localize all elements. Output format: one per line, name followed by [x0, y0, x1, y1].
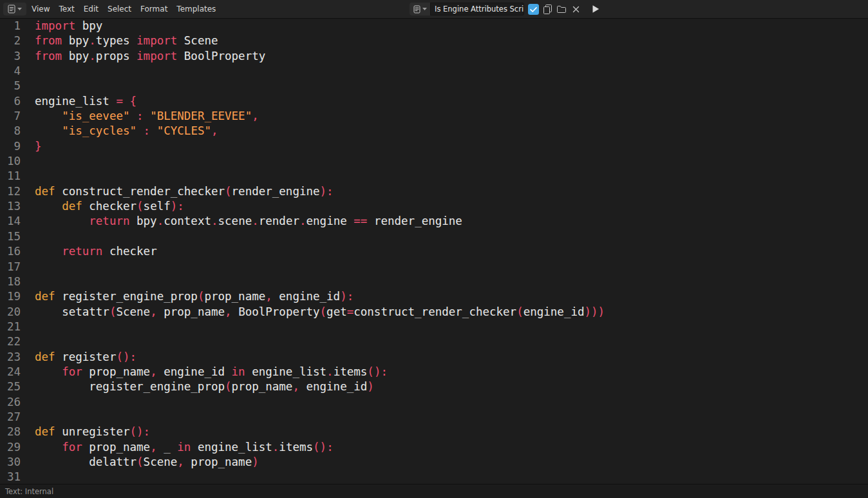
code-text: delattr(Scene, prop_name) — [21, 455, 259, 470]
code-line[interactable]: 24 for prop_name, engine_id in engine_li… — [0, 365, 868, 379]
line-number: 8 — [0, 124, 21, 139]
code-text: from bpy.props import BoolProperty — [21, 49, 265, 64]
line-number: 28 — [0, 425, 21, 439]
code-text: def register_engine_prop(prop_name, engi… — [21, 289, 354, 304]
code-line[interactable]: 29 for prop_name, _ in engine_list.items… — [0, 440, 868, 455]
line-number: 17 — [0, 260, 21, 274]
line-number: 5 — [0, 79, 21, 93]
play-icon — [592, 5, 599, 14]
code-line[interactable]: 20 setattr(Scene, prop_name, BoolPropert… — [0, 305, 868, 320]
code-text: def construct_render_checker(render_engi… — [21, 184, 334, 199]
code-line[interactable]: 11 — [0, 169, 868, 184]
line-number: 11 — [0, 169, 21, 184]
code-line[interactable]: 21 — [0, 320, 868, 334]
status-text: Text: Internal — [5, 487, 53, 496]
line-number: 7 — [0, 109, 21, 124]
code-line[interactable]: 23def register(): — [0, 350, 868, 365]
menu-text[interactable]: Text — [54, 0, 79, 18]
code-text: "is_eevee" : "BLENDER_EEVEE", — [21, 109, 259, 124]
code-text — [21, 274, 35, 289]
code-text — [21, 395, 35, 410]
menu-edit[interactable]: Edit — [79, 0, 103, 18]
text-datablock-icon — [413, 5, 420, 14]
copy-pages-icon — [543, 4, 552, 14]
code-line[interactable]: 28def unregister(): — [0, 425, 868, 439]
menu-templates[interactable]: Templates — [172, 0, 220, 18]
code-line[interactable]: 22 — [0, 334, 868, 349]
code-line[interactable]: 16 return checker — [0, 244, 868, 259]
code-line[interactable]: 10 — [0, 154, 868, 169]
code-text — [21, 334, 35, 349]
code-text — [21, 260, 35, 274]
line-number: 29 — [0, 440, 21, 455]
unlink-button[interactable] — [569, 3, 583, 15]
code-text — [21, 320, 35, 334]
chevron-down-icon — [17, 8, 22, 10]
code-text: import bpy — [21, 19, 102, 34]
code-line[interactable]: 9} — [0, 139, 868, 154]
shield-check-icon — [528, 4, 539, 15]
code-line[interactable]: 26 — [0, 395, 868, 410]
line-number: 26 — [0, 395, 21, 410]
code-line[interactable]: 27 — [0, 410, 868, 425]
line-number: 22 — [0, 334, 21, 349]
code-text: for prop_name, _ in engine_list.items(): — [21, 440, 334, 455]
code-line[interactable]: 17 — [0, 260, 868, 274]
code-line[interactable]: 25 register_engine_prop(prop_name, engin… — [0, 379, 868, 394]
code-line[interactable]: 30 delattr(Scene, prop_name) — [0, 455, 868, 470]
line-number: 24 — [0, 365, 21, 379]
text-editor-icon — [8, 5, 15, 14]
editor-type-button[interactable] — [3, 3, 26, 15]
code-text — [21, 229, 35, 244]
code-line[interactable]: 31 — [0, 470, 868, 484]
code-line[interactable]: 7 "is_eevee" : "BLENDER_EEVEE", — [0, 109, 868, 124]
browse-text-button[interactable] — [410, 3, 430, 15]
code-line[interactable]: 15 — [0, 229, 868, 244]
code-line[interactable]: 13 def checker(self): — [0, 199, 868, 214]
code-text: for prop_name, engine_id in engine_list.… — [21, 365, 388, 379]
code-line[interactable]: 1import bpy — [0, 19, 868, 34]
code-line[interactable]: 4 — [0, 64, 868, 79]
code-text — [21, 470, 35, 484]
line-number: 13 — [0, 199, 21, 214]
code-line[interactable]: 14 return bpy.context.scene.render.engin… — [0, 214, 868, 229]
line-number: 6 — [0, 94, 21, 109]
code-line[interactable]: 8 "is_cycles" : "CYCLES", — [0, 124, 868, 139]
code-text — [21, 64, 35, 79]
line-number: 12 — [0, 184, 21, 199]
code-text — [21, 79, 35, 93]
code-text: setattr(Scene, prop_name, BoolProperty(g… — [21, 305, 605, 320]
run-script-button[interactable] — [589, 3, 602, 15]
code-line[interactable]: 19def register_engine_prop(prop_name, en… — [0, 289, 868, 304]
code-text: engine_list = { — [21, 94, 137, 109]
line-number: 9 — [0, 139, 21, 154]
code-text: def unregister(): — [21, 425, 150, 439]
code-text: "is_cycles" : "CYCLES", — [21, 124, 218, 139]
code-line[interactable]: 18 — [0, 274, 868, 289]
open-file-button[interactable] — [554, 3, 569, 15]
text-name-field[interactable]: Is Engine Attributes Script — [430, 3, 524, 15]
code-line[interactable]: 6engine_list = { — [0, 94, 868, 109]
code-line[interactable]: 5 — [0, 79, 868, 93]
code-text — [21, 410, 35, 425]
menu-view[interactable]: View — [27, 0, 54, 18]
code-line[interactable]: 2from bpy.types import Scene — [0, 34, 868, 48]
line-number: 19 — [0, 289, 21, 304]
status-bar: Text: Internal — [0, 484, 868, 498]
line-number: 3 — [0, 49, 21, 64]
code-editor[interactable]: 1import bpy2from bpy.types import Scene3… — [0, 19, 868, 484]
menu-select[interactable]: Select — [103, 0, 136, 18]
line-number: 15 — [0, 229, 21, 244]
code-text — [21, 169, 35, 184]
code-text: register_engine_prop(prop_name, engine_i… — [21, 379, 374, 394]
menu-format[interactable]: Format — [136, 0, 172, 18]
fake-user-toggle-button[interactable] — [526, 3, 540, 15]
code-line[interactable]: 12def construct_render_checker(render_en… — [0, 184, 868, 199]
close-x-icon — [572, 6, 580, 13]
line-number: 16 — [0, 244, 21, 259]
line-number: 30 — [0, 455, 21, 470]
code-line[interactable]: 3from bpy.props import BoolProperty — [0, 49, 868, 64]
new-copy-button[interactable] — [540, 3, 554, 15]
menu-bar: ViewTextEditSelectFormatTemplates — [27, 0, 220, 18]
text-datablock-selector: Is Engine Attributes Script — [410, 3, 602, 15]
